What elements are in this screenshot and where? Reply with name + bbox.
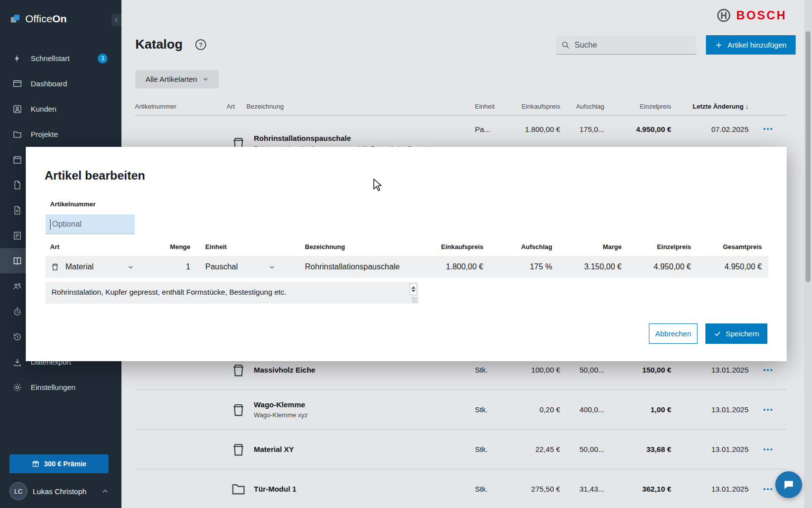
article-einkaufspreis: 275,50 € <box>513 485 560 493</box>
catalog-icon <box>12 256 22 266</box>
table-row[interactable]: Tür-Modul 1 Stk. 275,50 € 31,43... 362,1… <box>135 469 787 508</box>
chevron-left-icon <box>114 17 119 23</box>
sidebar-item-label: Kunden <box>31 105 57 113</box>
contract-icon <box>12 231 22 241</box>
artikelnummer-input[interactable] <box>46 214 135 234</box>
einheit-select[interactable]: Pauschal <box>190 256 295 278</box>
row-actions-button[interactable] <box>749 369 787 371</box>
article-einzelpreis: 1,00 € <box>604 405 671 414</box>
box-icon <box>231 442 246 457</box>
box-icon <box>51 262 59 271</box>
article-einkaufspreis: 100,00 € <box>513 366 560 374</box>
article-einkaufspreis: 0,20 € <box>513 405 560 414</box>
team-icon <box>12 281 22 291</box>
sidebar-item-kunden[interactable]: Kunden <box>0 96 121 122</box>
modal-column-bezeichnung: Bezeichnung <box>295 243 434 251</box>
sidebar-item-einstellungen[interactable]: Einstellungen <box>0 375 121 400</box>
modal-column-aufschlag: Aufschlag <box>483 243 552 251</box>
article-type-filter[interactable]: Alle Artikelarten <box>135 70 219 88</box>
table-header: Artikelnummer Art Bezeichnung Einheit Ei… <box>135 97 787 116</box>
article-einheit: Pa... <box>475 117 513 133</box>
article-einkaufspreis: 1.800,00 € <box>513 117 560 133</box>
column-header-label: Letzte Änderung <box>693 103 744 110</box>
spinner-control[interactable] <box>409 283 417 295</box>
sidebar-item-label: Einstellungen <box>31 383 75 391</box>
document-icon <box>12 180 22 190</box>
search-box <box>556 36 696 55</box>
row-actions-button[interactable] <box>749 409 787 411</box>
article-einheit: Stk. <box>475 445 513 453</box>
app-window: OfficeOn Schnellstart 3 Dashboard Kunden… <box>0 0 812 508</box>
sidebar-collapse-button[interactable] <box>112 14 121 26</box>
sidebar-item-label: Schnellstart <box>31 54 69 63</box>
article-einkaufspreis: 22,45 € <box>513 445 560 453</box>
bezeichnung-input[interactable]: Rohrinstallationspauschale <box>295 256 434 278</box>
history-icon <box>12 332 22 342</box>
article-name: Tür-Modul 1 <box>254 484 475 494</box>
column-header-artikelnummer[interactable]: Artikelnummer <box>135 103 227 110</box>
column-header-bezeichnung[interactable]: Bezeichnung <box>246 103 475 110</box>
article-einzelpreis: 362,10 € <box>604 485 671 493</box>
aufschlag-input[interactable]: 175 % <box>483 256 552 278</box>
calendar-icon <box>12 155 22 165</box>
sidebar-item-projekte[interactable]: Projekte <box>0 122 121 147</box>
search-icon <box>561 41 570 50</box>
article-datum: 13.01.2025 <box>671 445 749 453</box>
app-logo: OfficeOn <box>10 13 67 25</box>
article-description: Wago-Klemme xyz <box>254 410 475 420</box>
scrollbar-track <box>804 0 812 508</box>
user-menu[interactable]: LC Lukas Christoph <box>9 481 116 501</box>
chat-fab-button[interactable] <box>775 471 802 498</box>
edit-article-modal: Artikel bearbeiten Artikelnummer Art Men… <box>26 147 787 361</box>
text-caret <box>50 219 51 230</box>
column-header-art[interactable]: Art <box>227 103 246 110</box>
modal-column-art: Art <box>46 243 150 251</box>
article-einzelpreis: 4.950,00 € <box>604 117 671 133</box>
add-article-button[interactable]: Artikel hinzufügen <box>706 35 796 55</box>
einheit-value: Pauschal <box>205 262 238 271</box>
table-row[interactable]: Wago-Klemme Wago-Klemme xyz Stk. 0,20 € … <box>135 390 787 430</box>
sidebar-item-schnellstart[interactable]: Schnellstart 3 <box>0 46 121 71</box>
artikelnummer-label: Artikelnummer <box>50 200 96 208</box>
article-aufschlag: 50,00... <box>560 445 604 453</box>
premium-button[interactable]: 300 € Prämie <box>9 454 109 473</box>
row-actions-button[interactable] <box>749 117 787 130</box>
search-input[interactable] <box>575 41 692 50</box>
officeon-logo-icon <box>10 13 21 24</box>
article-einzelpreis: 33,68 € <box>604 445 671 453</box>
chevron-down-icon <box>269 264 275 270</box>
article-einheit: Stk. <box>475 485 513 493</box>
column-header-letzte-aenderung[interactable]: Letzte Änderung ↓ <box>671 103 749 110</box>
table-row[interactable]: Material XY Stk. 22,45 € 50,00... 33,68 … <box>135 430 787 469</box>
art-value: Material <box>65 262 94 271</box>
dashboard-icon <box>12 79 22 89</box>
art-select[interactable]: Material <box>46 256 150 278</box>
chat-icon <box>783 479 795 491</box>
help-button[interactable]: ? <box>195 39 206 50</box>
column-header-einheit[interactable]: Einheit <box>475 103 513 110</box>
sidebar-item-label: Dashboard <box>31 79 67 88</box>
bosch-symbol-icon <box>716 8 731 23</box>
resize-handle[interactable] <box>412 297 417 303</box>
beschreibung-textarea[interactable]: Rohrinstalation, Kupfer gepresst, enthäl… <box>46 282 418 304</box>
column-header-einzelpreis[interactable]: Einzelpreis <box>604 103 671 110</box>
stopwatch-icon <box>12 307 22 317</box>
article-einzelpreis: 150,00 € <box>604 366 671 374</box>
sidebar-item-dashboard[interactable]: Dashboard <box>0 71 121 96</box>
cancel-button[interactable]: Abbrechen <box>649 323 697 344</box>
folder-icon <box>231 481 246 497</box>
scrollbar-thumb[interactable] <box>806 31 811 282</box>
menge-input[interactable]: 1 <box>150 256 190 278</box>
row-actions-button[interactable] <box>749 448 787 450</box>
article-name: Massivholz Eiche <box>254 365 475 375</box>
einkaufspreis-input[interactable]: 1.800,00 € <box>434 256 483 278</box>
modal-column-einkaufspreis: Einkaufspreis <box>434 243 483 251</box>
gesamtpreis-value: 4.950,00 € <box>691 256 768 278</box>
box-icon <box>231 402 246 418</box>
column-header-einkaufspreis[interactable]: Einkaufspreis <box>513 103 560 110</box>
chevron-up-icon <box>102 488 109 495</box>
modal-column-einzelpreis: Einzelpreis <box>622 243 691 251</box>
modal-column-gesamtpreis: Gesamtpreis <box>691 243 768 251</box>
save-button[interactable]: Speichern <box>705 323 767 344</box>
column-header-aufschlag[interactable]: Aufschlag <box>560 103 604 110</box>
